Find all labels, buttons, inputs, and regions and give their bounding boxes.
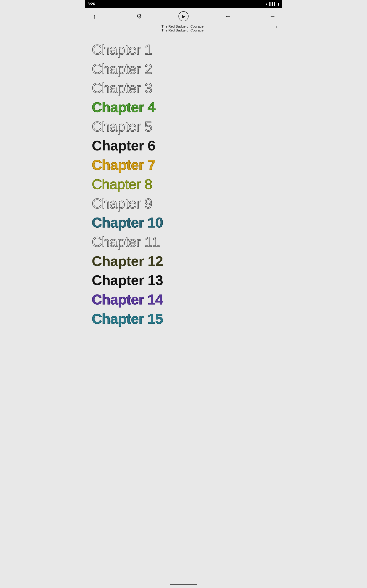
play-button[interactable]: ▶ <box>178 11 189 21</box>
up-arrow-button[interactable]: ↑ <box>90 11 100 21</box>
chapter-item-4[interactable]: Chapter 4 <box>92 98 275 117</box>
chapter-item-3[interactable]: Chapter 3 <box>92 78 275 98</box>
battery-icon: ▮ <box>277 2 279 6</box>
forward-button[interactable]: → <box>267 11 277 21</box>
chapter-item-11[interactable]: Chapter 11 <box>92 232 275 251</box>
header: The Red Badge of Courage The Red Badge o… <box>85 24 282 35</box>
status-time: 8:26 <box>88 2 95 6</box>
page-number: 1 <box>276 24 277 29</box>
toolbar: ↑ ⚙ ▶ ← → <box>85 8 282 24</box>
status-bar: 8:26 ▲ ▌▌▌ ▮ <box>85 0 282 8</box>
header-center: The Red Badge of Courage The Red Badge o… <box>90 24 276 33</box>
back-button[interactable]: ← <box>223 11 233 21</box>
chapter-item-8[interactable]: Chapter 8 <box>92 174 275 194</box>
status-icons: ▲ ▌▌▌ ▮ <box>265 2 279 6</box>
chapter-item-5[interactable]: Chapter 5 <box>92 117 275 136</box>
book-title: The Red Badge of Courage <box>90 24 276 28</box>
chapter-item-9[interactable]: Chapter 9 <box>92 194 275 213</box>
chapter-item-14[interactable]: Chapter 14 <box>92 290 275 309</box>
chapter-item-12[interactable]: Chapter 12 <box>92 251 275 271</box>
book-subtitle: The Red Badge of Courage <box>161 28 203 33</box>
nav-bar <box>85 581 282 588</box>
signal-icon: ▌▌▌ <box>269 2 276 6</box>
wifi-icon: ▲ <box>265 2 268 6</box>
chapter-item-7[interactable]: Chapter 7 <box>92 155 275 174</box>
chapter-item-6[interactable]: Chapter 6 <box>92 136 275 155</box>
settings-button[interactable]: ⚙ <box>134 11 144 21</box>
chapter-item-1[interactable]: Chapter 1 <box>92 40 275 59</box>
chapter-item-10[interactable]: Chapter 10 <box>92 213 275 232</box>
chapter-item-13[interactable]: Chapter 13 <box>92 271 275 290</box>
chapter-item-15[interactable]: Chapter 15 <box>92 309 275 329</box>
chapter-item-2[interactable]: Chapter 2 <box>92 59 275 78</box>
chapter-list: Chapter 1 Chapter 2 Chapter 3 Chapter 4 … <box>85 35 282 335</box>
nav-indicator <box>170 584 197 585</box>
